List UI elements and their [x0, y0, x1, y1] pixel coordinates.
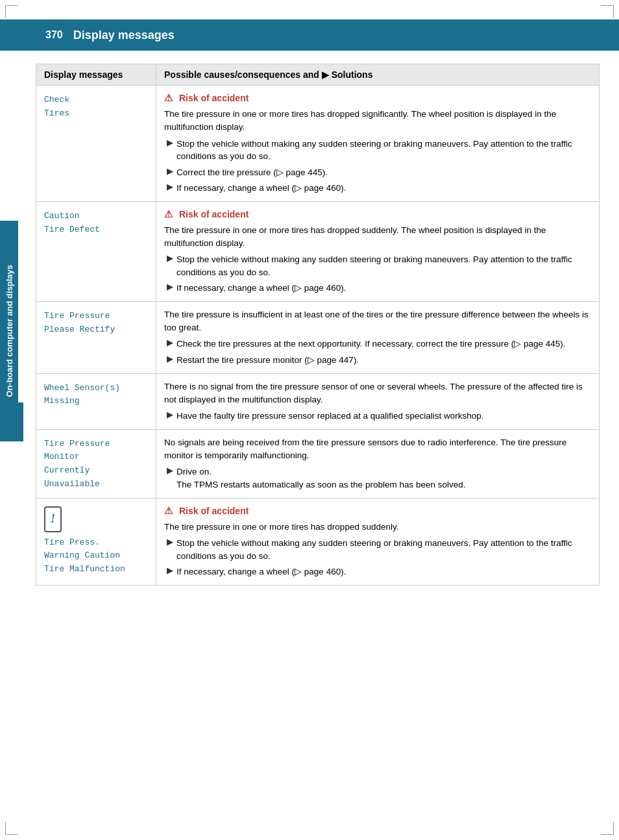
bullet-text: Stop the vehicle without making any sudd… — [176, 537, 591, 562]
bullet-text: If necessary, change a wheel (▷ page 460… — [176, 182, 346, 195]
bullet-arrow-icon: ▶ — [167, 410, 173, 419]
content-area: Display messages Possible causes/consequ… — [36, 64, 600, 586]
body-text-check-tires: The tire pressure in one or more tires h… — [164, 108, 591, 134]
display-message-tire-malfunction: ! Tire Press.Warning CautionTire Malfunc… — [36, 498, 156, 585]
bullet-arrow-icon: ▶ — [167, 566, 173, 575]
bullet-text: Check the tire pressures at the next opp… — [176, 338, 566, 351]
risk-label: Risk of accident — [179, 506, 249, 516]
body-text-tire-pressure-rectify: The tire pressure is insufficient in at … — [164, 308, 591, 335]
corner-mark-bl — [5, 822, 18, 835]
bullet-arrow-icon: ▶ — [167, 254, 173, 263]
warning-icon-box: ! — [44, 506, 62, 532]
bullet-arrow-icon: ▶ — [167, 182, 173, 191]
bullet-arrow-icon: ▶ — [167, 537, 173, 547]
bullet-arrow-icon: ▶ — [167, 354, 173, 364]
causes-wheel-sensor: There is no signal from the tire pressur… — [156, 373, 600, 429]
blue-accent-bar — [18, 402, 23, 441]
display-message-tire-pressure-rectify: Tire PressurePlease Rectify — [36, 301, 156, 373]
bullet-text: If necessary, change a wheel (▷ page 460… — [176, 565, 346, 578]
bullet-arrow-icon: ▶ — [167, 338, 173, 347]
col1-header: Display messages — [36, 64, 156, 86]
bullet-item: ▶ Check the tire pressures at the next o… — [167, 338, 591, 351]
display-message-wheel-sensor: Wheel Sensor(s)Missing — [36, 373, 156, 429]
table-row: Wheel Sensor(s)Missing There is no signa… — [36, 373, 600, 429]
warning-triangle-icon: ⚠ — [164, 92, 173, 104]
bullet-arrow-icon: ▶ — [167, 138, 173, 147]
bullet-arrow-icon: ▶ — [167, 282, 173, 291]
exclamation-icon: ! — [51, 512, 55, 525]
bullet-item: ▶ Correct the tire pressure (▷ page 445)… — [167, 166, 591, 179]
bullet-item: ▶ Stop the vehicle without making any su… — [167, 253, 591, 278]
table-row: ! Tire Press.Warning CautionTire Malfunc… — [36, 498, 600, 585]
risk-label: Risk of accident — [179, 209, 249, 219]
table-header-row: Display messages Possible causes/consequ… — [36, 64, 600, 86]
bullet-item: ▶ Drive on.The TPMS restarts automatical… — [167, 465, 591, 491]
bullet-item: ▶ If necessary, change a wheel (▷ page 4… — [167, 282, 591, 295]
warning-triangle-icon: ⚠ — [164, 505, 173, 517]
bullet-item: ▶ If necessary, change a wheel (▷ page 4… — [167, 182, 591, 195]
side-label-text: On-board computer and displays — [5, 265, 14, 397]
bullet-text: Restart the tire pressure monitor (▷ pag… — [176, 354, 359, 367]
warning-triangle-icon: ⚠ — [164, 208, 173, 220]
header-bar: 370 Display messages — [0, 19, 619, 51]
bullet-arrow-icon: ▶ — [167, 466, 173, 475]
causes-tire-defect: ⚠ Risk of accident The tire pressure in … — [156, 201, 600, 301]
bullet-item: ▶ Stop the vehicle without making any su… — [167, 138, 591, 163]
risk-heading-tire-malfunction: ⚠ Risk of accident — [164, 505, 591, 517]
causes-tire-malfunction: ⚠ Risk of accident The tire pressure in … — [156, 498, 600, 585]
bullet-item: ▶ Restart the tire pressure monitor (▷ p… — [167, 354, 591, 367]
bullet-item: ▶ Stop the vehicle without making any su… — [167, 537, 591, 562]
col2-header: Possible causes/consequences and ▶ Solut… — [156, 64, 600, 86]
table-row: CheckTires ⚠ Risk of accident The tire p… — [36, 86, 600, 202]
body-text-tire-defect: The tire pressure in one or more tires h… — [164, 224, 591, 251]
bullet-item: ▶ Have the faulty tire pressure sensor r… — [167, 410, 591, 423]
side-label: On-board computer and displays — [0, 221, 18, 441]
main-table: Display messages Possible causes/consequ… — [36, 64, 600, 586]
display-message-tire-monitor-unavailable: Tire PressureMonitorCurrentlyUnavailable — [36, 429, 156, 498]
corner-mark-tr — [601, 5, 614, 18]
bullet-item: ▶ If necessary, change a wheel (▷ page 4… — [167, 565, 591, 578]
table-row: CautionTire Defect ⚠ Risk of accident Th… — [36, 201, 600, 301]
bullet-arrow-icon: ▶ — [167, 167, 173, 176]
bullet-text: Drive on.The TPMS restarts automatically… — [176, 465, 465, 491]
corner-mark-tl — [5, 5, 18, 18]
page-number: 370 — [45, 29, 63, 41]
display-message-tire-defect: CautionTire Defect — [36, 201, 156, 301]
risk-label: Risk of accident — [179, 93, 249, 103]
causes-tire-monitor-unavailable: No signals are being received from the t… — [156, 429, 600, 498]
bullet-text: Correct the tire pressure (▷ page 445). — [176, 166, 328, 179]
risk-heading-check-tires: ⚠ Risk of accident — [164, 92, 591, 104]
bullet-text: Stop the vehicle without making any sudd… — [176, 253, 591, 278]
body-text-wheel-sensor: There is no signal from the tire pressur… — [164, 380, 591, 407]
table-row: Tire PressureMonitorCurrentlyUnavailable… — [36, 429, 600, 498]
causes-check-tires: ⚠ Risk of accident The tire pressure in … — [156, 86, 600, 202]
bullet-text: Have the faulty tire pressure sensor rep… — [176, 410, 484, 423]
body-text-tire-malfunction: The tire pressure in one or more tires h… — [164, 521, 591, 534]
bullet-text: If necessary, change a wheel (▷ page 460… — [176, 282, 346, 295]
display-message-check-tires: CheckTires — [36, 86, 156, 202]
causes-tire-pressure-rectify: The tire pressure is insufficient in at … — [156, 301, 600, 373]
corner-mark-br — [601, 822, 614, 835]
page-title: Display messages — [73, 29, 175, 42]
body-text-tire-monitor: No signals are being received from the t… — [164, 436, 591, 463]
bullet-text: Stop the vehicle without making any sudd… — [176, 138, 591, 163]
table-row: Tire PressurePlease Rectify The tire pre… — [36, 301, 600, 373]
risk-heading-tire-defect: ⚠ Risk of accident — [164, 208, 591, 220]
